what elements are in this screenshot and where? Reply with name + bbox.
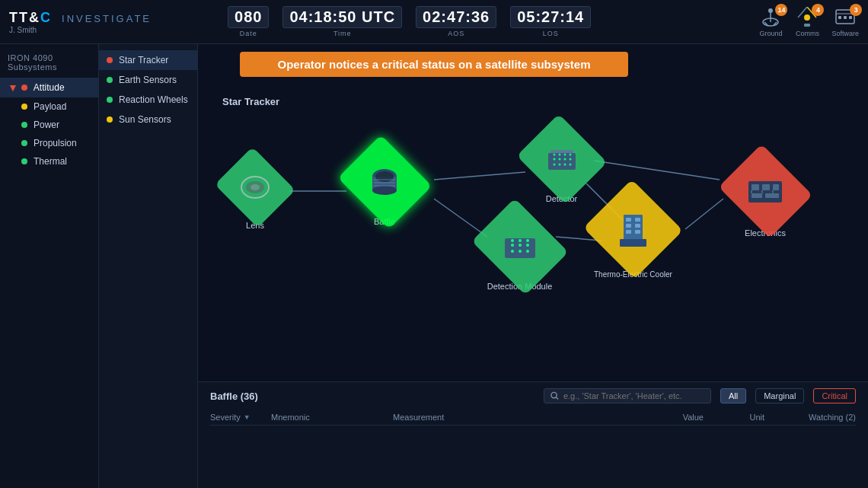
svg-line-19 [685,199,723,229]
sub-item-sunsensors[interactable]: Sun Sensors [99,110,197,129]
svg-rect-60 [626,224,631,228]
unit-label: Unit [749,413,764,422]
svg-point-44 [563,153,566,155]
sidebar-item-power[interactable]: Power [0,116,98,134]
svg-line-15 [434,172,525,180]
node-electronics[interactable]: Electronics [727,157,803,238]
search-input[interactable] [563,391,704,400]
svg-rect-13 [849,16,852,19]
svg-rect-11 [838,16,841,19]
subsystem-panel: Star Tracker Earth Sensors Reaction Whee… [99,44,198,488]
search-icon [550,391,559,400]
mnemonic-label: Mnemonic [271,413,310,422]
status-software[interactable]: 3 Software [831,7,859,37]
filter-marginal-button[interactable]: Marginal [755,388,804,403]
svg-point-47 [511,244,514,247]
ground-label: Ground [759,30,782,37]
sub-item-reactionwheels[interactable]: Reaction Wheels [99,90,197,110]
node-detection-module[interactable]: Detection Module [480,214,560,291]
sidebar-item-thermal[interactable]: Thermal [0,152,98,171]
filter-all-button[interactable]: All [720,388,746,403]
severity-label: Severity [210,413,241,422]
bottom-panel: Baffle (36) All Marginal Critical Severi… [198,381,868,488]
svg-rect-59 [635,218,640,222]
svg-rect-61 [635,224,640,228]
software-badge: 3 [850,4,862,16]
node-detector[interactable]: Detector [525,126,598,203]
col-value: Value [643,413,704,422]
svg-rect-33 [550,150,573,153]
svg-point-5 [804,14,810,21]
svg-point-43 [558,153,560,155]
svg-point-27 [372,186,397,195]
svg-rect-69 [765,193,779,198]
svg-rect-58 [626,218,631,222]
node-thermo-cooler[interactable]: Thermo-Electric Cooler [594,191,672,279]
svg-point-73 [551,392,557,397]
svg-rect-32 [548,153,576,170]
table-header: Severity ▼ Mnemonic Measurement Value Un… [210,410,856,426]
col-severity[interactable]: Severity ▼ [210,413,271,422]
sub-label-sunsensors: Sun Sensors [119,114,171,125]
svg-line-74 [556,397,558,400]
comms-badge: 4 [812,4,824,16]
svg-point-48 [519,244,522,247]
svg-rect-12 [844,16,847,19]
time-value: 04:18:50 UTC [282,6,402,28]
svg-point-52 [526,250,529,253]
col-mnemonic: Mnemonic [271,413,393,422]
sidebar-title: IRON 4090 Subsystems [0,50,98,78]
svg-rect-68 [752,193,762,198]
los-item: 05:27:14 LOS [510,6,591,37]
comms-label: Comms [796,30,819,37]
sidebar-item-attitude[interactable]: ▼ Attitude [0,78,98,97]
watching-label: Watching (2) [809,413,856,422]
sub-label-startracker: Star Tracker [119,55,168,65]
svg-point-50 [511,250,514,253]
time-item: 04:18:50 UTC Time [282,6,402,37]
svg-point-34 [553,158,555,160]
software-label: Software [831,30,859,37]
svg-point-37 [569,158,571,160]
sidebar-label-payload: Payload [34,101,66,112]
aos-item: 02:47:36 AOS [416,6,496,37]
svg-point-41 [569,163,571,165]
sub-item-startracker[interactable]: Star Tracker [99,50,197,70]
status-comms[interactable]: 4 Comms [795,7,819,37]
alert-banner: Operator notices a critical status on a … [240,52,628,77]
svg-point-38 [553,163,555,165]
search-box[interactable] [544,388,711,403]
header-right: 14 Ground 4 Comms [758,7,859,37]
date-item: 080 Date [228,6,269,37]
sub-item-earthsensors[interactable]: Earth Sensors [99,70,197,90]
svg-point-40 [563,163,566,165]
value-label: Value [683,413,704,422]
baffle-title: Baffle (36) [210,391,258,402]
sidebar-label-propulsion: Propulsion [34,138,77,148]
app-header: TT&C INVESTIGATE J. Smith 080 Date 04:18… [0,0,868,44]
sidebar-label-power: Power [34,120,59,130]
node-baffle[interactable]: Baffle [346,149,423,226]
logo-area: TT&C INVESTIGATE J. Smith [9,10,152,34]
col-measurement: Measurement [393,413,643,422]
svg-rect-67 [773,184,779,190]
content-area: Star Tracker [198,44,868,488]
svg-point-42 [553,153,555,155]
aos-value: 02:47:36 [416,6,496,28]
date-value: 080 [228,6,269,28]
sidebar-item-payload[interactable]: Payload [0,97,98,116]
svg-rect-66 [762,184,770,190]
comms-icon-wrap: 4 [795,7,819,28]
sidebar-item-propulsion[interactable]: Propulsion [0,134,98,152]
status-ground[interactable]: 14 Ground [758,7,783,37]
main-layout: IRON 4090 Subsystems ▼ Attitude Payload … [0,44,868,488]
ground-icon-wrap: 14 [758,7,783,28]
software-icon-wrap: 3 [833,7,857,28]
diagram-area: Lens [198,81,868,381]
aos-label: AOS [448,30,464,37]
svg-point-36 [563,158,566,160]
svg-point-51 [519,250,522,253]
filter-critical-button[interactable]: Critical [813,388,856,403]
sub-label-earthsensors: Earth Sensors [119,75,177,85]
node-lens[interactable]: Lens [221,157,289,230]
